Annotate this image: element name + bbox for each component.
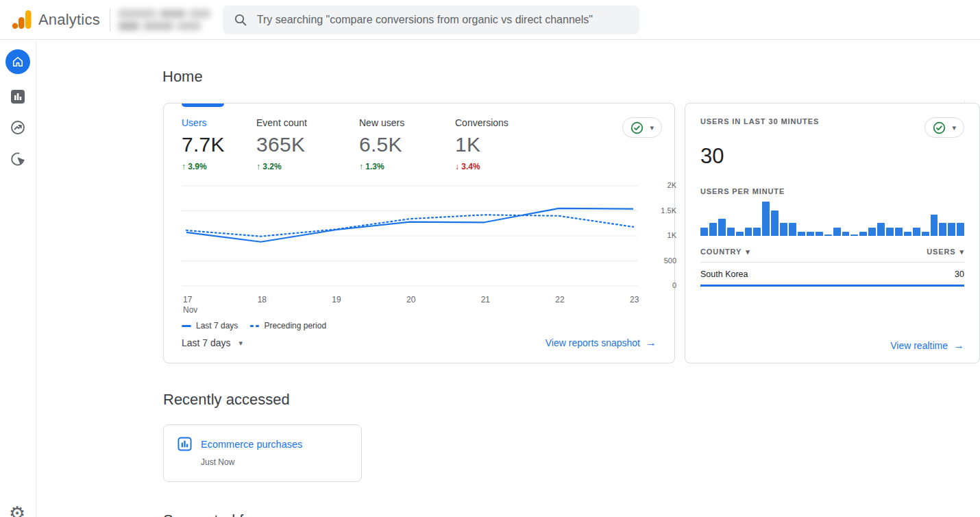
left-nav: ⚙ [0,40,36,517]
page-title: Home [37,40,980,86]
cards-row: Users 7.7K ↑ 3.9% Event count 365K ↑ 3.2… [37,103,980,363]
users-cell: 30 [955,269,964,279]
minute-bar [824,235,832,237]
nav-home-button[interactable] [5,49,30,74]
minute-bar [780,223,787,236]
view-reports-snapshot-link[interactable]: View reports snapshot → [546,337,657,349]
right-arrow-icon: → [953,339,964,352]
up-arrow-icon: ↑ [359,162,363,171]
minute-bar [895,228,903,237]
home-icon [11,55,25,69]
metric-new-users[interactable]: New users 6.5K ↑ 1.3% [359,117,455,171]
search-input[interactable] [257,14,628,26]
minute-bar [931,215,938,236]
chevron-down-icon: ▾ [650,124,654,132]
metric-conversions[interactable]: Conversions 1K ↓ 3.4% [455,117,544,171]
minute-bar [904,232,911,236]
settings-gear-icon[interactable]: ⚙ [9,505,25,517]
country-column-header[interactable]: COUNTRY ▾ [700,248,750,256]
minute-bar [886,228,894,237]
search-icon [234,13,247,27]
minute-bar [850,235,858,237]
minute-bar [922,232,929,236]
up-arrow-icon: ↑ [182,162,186,171]
table-row: South Korea 30 [700,263,964,285]
minute-bar [868,228,876,237]
metric-label: Conversions [455,117,544,128]
minute-bar [939,223,946,236]
metric-label: Users [182,117,256,128]
check-circle-icon [933,121,946,134]
nav-reports-button[interactable] [10,89,25,104]
minute-bar [816,232,823,236]
minute-bar [700,228,708,237]
legend-last-7-days: Last 7 days [182,321,238,330]
search-bar[interactable] [223,5,639,34]
reports-icon [10,89,25,104]
users-tab-indicator [182,104,224,107]
legend-preceding-period: Preceding period [250,321,326,330]
suggested-for-you-title: Suggested for you [37,512,980,517]
x-tick-label: 21 [481,295,490,305]
main-content: Home Users 7.7K ↑ 3.9% Event count 365K … [37,40,980,517]
y-tick-label: 1K [667,231,676,239]
header-divider [110,8,110,32]
explore-icon [10,119,26,136]
check-circle-icon [630,121,644,134]
minute-bar [736,232,744,236]
metric-value: 365K [256,133,359,156]
nav-explore-button[interactable] [10,119,26,136]
app-title: Analytics [38,11,100,29]
date-range-select[interactable]: Last 7 days ▾ [182,337,243,348]
realtime-header: USERS IN LAST 30 MINUTES ▾ [700,117,964,138]
x-tick-label: 23 [630,295,639,305]
recent-item-card[interactable]: Ecommerce purchases Just Now [163,424,362,482]
nav-advertising-button[interactable] [10,151,26,167]
solid-line-swatch [182,325,191,327]
x-tick-label: 22 [555,295,564,305]
users-per-minute-chart [700,202,964,236]
dotted-line-swatch [250,325,259,327]
data-quality-pill[interactable]: ▾ [924,117,964,138]
y-axis-labels: 05001K1.5K2K [654,181,676,291]
top-app-bar: Analytics [0,0,980,40]
metric-event-count[interactable]: Event count 365K ↑ 3.2% [256,117,359,171]
users-column-header[interactable]: USERS ▾ [927,248,964,256]
metric-label: Event count [256,117,359,128]
right-arrow-icon: → [646,337,657,349]
realtime-table-header: COUNTRY ▾ USERS ▾ [700,248,964,263]
view-realtime-link[interactable]: View realtime → [890,339,964,352]
realtime-card: USERS IN LAST 30 MINUTES ▾ 30 USERS PER … [685,103,980,363]
overview-card: Users 7.7K ↑ 3.9% Event count 365K ↑ 3.2… [163,103,675,363]
advertising-icon [10,151,26,167]
minute-bar [798,232,805,236]
metric-label: New users [359,117,455,128]
minute-bar [745,228,752,237]
x-tick-label: 19 [332,295,341,305]
overview-card-footer: Last 7 days ▾ View reports snapshot → [164,331,674,354]
minute-bar [842,232,850,236]
chevron-down-icon: ▾ [239,339,243,347]
minute-bar [948,223,955,236]
minute-bar [709,223,717,236]
minute-bar [807,232,814,236]
trend-chart: 05001K1.5K2K [164,181,674,291]
y-tick-label: 500 [664,256,676,265]
metric-delta: ↑ 3.2% [256,162,359,171]
property-selector[interactable] [119,7,220,33]
data-quality-pill[interactable]: ▾ [622,117,662,138]
x-axis-labels: 17Nov181920212223 [182,291,674,315]
metric-delta: ↓ 3.4% [455,162,544,171]
metric-value: 1K [455,133,544,156]
chevron-down-icon: ▾ [952,124,956,132]
analytics-logo-icon [12,9,32,30]
minute-bar [718,219,726,236]
down-arrow-icon: ↓ [455,162,459,171]
minute-bar [957,223,964,236]
recent-item-link[interactable]: Ecommerce purchases [201,439,302,450]
metric-value: 7.7K [182,133,256,156]
metric-users[interactable]: Users 7.7K ↑ 3.9% [182,117,256,171]
trend-chart-svg [182,181,638,291]
realtime-title: USERS IN LAST 30 MINUTES [700,117,819,125]
minute-bar [771,211,779,237]
